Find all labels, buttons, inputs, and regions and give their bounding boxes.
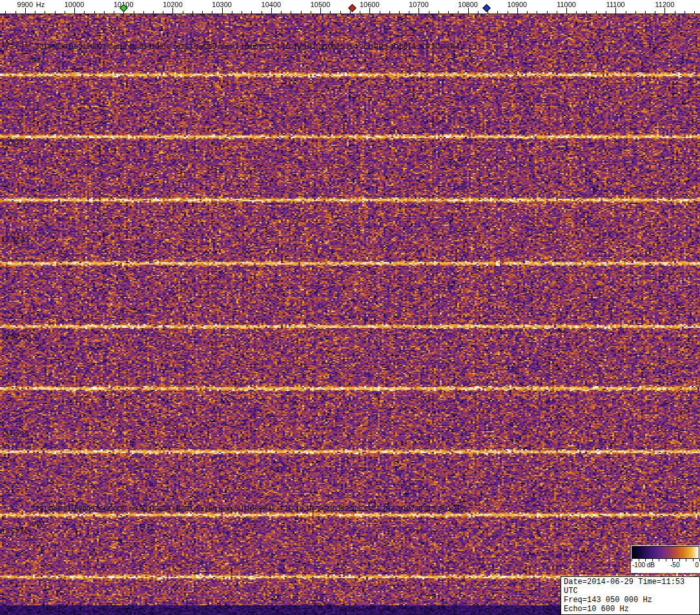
minor-tick	[527, 11, 528, 14]
freq-tick-label: 10800	[458, 1, 478, 8]
minor-tick	[262, 11, 262, 14]
minor-tick	[694, 11, 695, 14]
minor-tick	[114, 11, 114, 14]
minor-tick	[685, 11, 685, 14]
minor-tick	[311, 11, 311, 14]
legend-label-mid: -50	[670, 561, 679, 569]
minor-tick	[212, 11, 212, 14]
legend-tick	[693, 559, 694, 561]
freq-tick-label: 11100	[606, 1, 625, 8]
info-frequency: Freq=143 050 000 Hz	[564, 596, 697, 605]
freq-tick-label: 9900	[17, 1, 33, 8]
minor-tick	[645, 11, 646, 14]
minor-tick	[537, 11, 537, 14]
legend-tick	[652, 559, 653, 561]
legend-tick	[666, 559, 666, 561]
amplitude-gradient-bar	[632, 546, 699, 559]
major-tick	[222, 8, 223, 14]
major-tick	[418, 8, 419, 14]
freq-tick-label: 10000	[65, 1, 85, 8]
freq-tick-label: 10900	[508, 1, 528, 8]
major-tick	[369, 8, 370, 14]
legend-tick	[659, 559, 659, 561]
minor-tick	[94, 11, 95, 14]
minor-tick	[389, 11, 390, 14]
minor-tick	[232, 11, 232, 14]
minor-tick	[429, 11, 429, 14]
freq-tick-label: 11000	[557, 1, 576, 8]
minor-tick	[5, 11, 6, 14]
info-echo-frequency: Echo=10 600 Hz	[564, 605, 697, 614]
minor-tick	[45, 11, 45, 14]
minor-tick	[251, 11, 252, 14]
minor-tick	[508, 11, 508, 14]
minor-tick	[438, 11, 439, 14]
minor-tick	[655, 11, 655, 14]
major-tick	[25, 8, 26, 14]
minor-tick	[576, 11, 577, 14]
minor-tick	[202, 11, 203, 14]
minor-tick	[478, 11, 479, 14]
legend-labels: -100 dB -50 0	[632, 561, 699, 569]
freq-unit-label: Hz	[36, 1, 45, 8]
major-tick	[320, 8, 321, 14]
legend-tick	[679, 559, 680, 561]
major-tick	[615, 8, 616, 14]
minor-tick	[15, 11, 16, 14]
minor-tick	[65, 11, 65, 14]
legend-tick-row	[632, 559, 699, 561]
legend-tick	[632, 559, 632, 561]
freq-tick-label: 10500	[311, 1, 331, 8]
minor-tick	[547, 11, 548, 14]
minor-tick	[458, 11, 458, 14]
minor-tick	[35, 11, 36, 14]
minor-tick	[330, 11, 331, 14]
minor-tick	[340, 11, 341, 14]
major-tick	[566, 8, 567, 14]
minor-tick	[557, 11, 557, 14]
minor-tick	[360, 11, 360, 14]
minor-tick	[183, 11, 183, 14]
minor-tick	[626, 11, 626, 14]
minor-tick	[84, 11, 85, 14]
major-tick	[517, 8, 518, 14]
minor-tick	[350, 11, 351, 14]
minor-tick	[143, 11, 144, 14]
minor-tick	[488, 11, 488, 14]
minor-tick	[596, 11, 597, 14]
legend-label-min: -100 dB	[632, 561, 655, 569]
minor-tick	[281, 11, 282, 14]
minor-tick	[192, 11, 193, 14]
major-tick	[664, 8, 665, 14]
station-info-box: Date=2014-06-29 Time=11:53 UTC Freq=143 …	[561, 576, 700, 615]
freq-tick-label: 10400	[262, 1, 282, 8]
minor-tick	[635, 11, 636, 14]
marker-blue-diamond[interactable]	[482, 4, 491, 12]
amplitude-legend: -100 dB -50 0	[631, 545, 700, 573]
major-tick	[271, 8, 272, 14]
minor-tick	[586, 11, 587, 14]
legend-label-max: 0	[695, 561, 699, 569]
minor-tick	[409, 11, 409, 14]
spectrogram-waterfall[interactable]	[0, 14, 700, 615]
freq-tick-label: 10200	[163, 1, 183, 8]
minor-tick	[497, 11, 498, 14]
minor-tick	[134, 11, 134, 14]
legend-tick	[639, 559, 639, 561]
major-tick	[468, 8, 469, 14]
frequency-ruler[interactable]: 9900100001010010200103001040010500106001…	[0, 0, 700, 14]
legend-tick	[645, 559, 646, 561]
minor-tick	[380, 11, 380, 14]
minor-tick	[675, 11, 675, 14]
freq-tick-label: 10600	[360, 1, 380, 8]
minor-tick	[399, 11, 400, 14]
minor-tick	[153, 11, 154, 14]
major-tick	[172, 8, 173, 14]
minor-tick	[301, 11, 302, 14]
freq-tick-label: 10700	[409, 1, 429, 8]
minor-tick	[448, 11, 449, 14]
minor-tick	[55, 11, 56, 14]
minor-tick	[163, 11, 163, 14]
minor-tick	[606, 11, 606, 14]
minor-tick	[242, 11, 242, 14]
